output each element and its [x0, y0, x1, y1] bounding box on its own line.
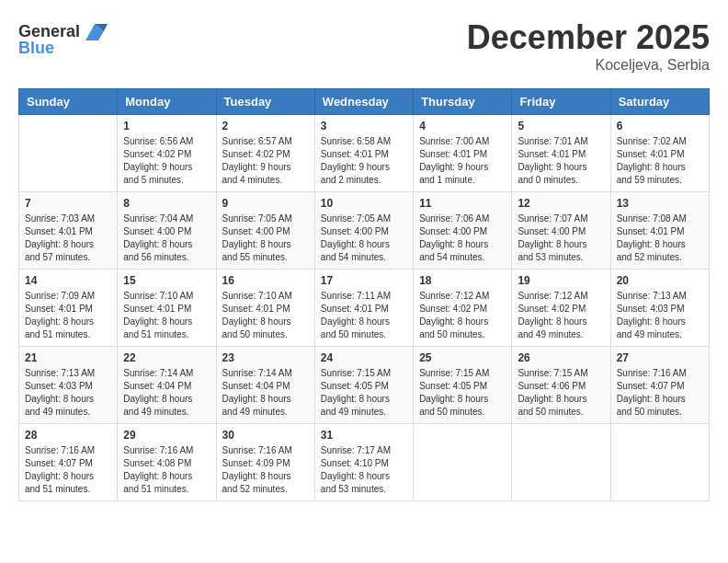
day-info: Sunrise: 7:15 AMSunset: 4:05 PMDaylight:… [321, 367, 407, 419]
page-header: General Blue December 2025 Koceljeva, Se… [18, 18, 710, 74]
day-info: Sunrise: 7:16 AMSunset: 4:07 PMDaylight:… [617, 367, 703, 419]
day-info: Sunrise: 7:03 AMSunset: 4:01 PMDaylight:… [25, 213, 111, 264]
weekday-header: Wednesday [314, 89, 413, 115]
day-number: 11 [419, 197, 506, 210]
day-number: 25 [419, 351, 506, 364]
calendar-cell: 25Sunrise: 7:15 AMSunset: 4:05 PMDayligh… [414, 347, 512, 424]
day-info: Sunrise: 7:07 AMSunset: 4:00 PMDaylight:… [518, 213, 604, 264]
calendar-cell: 17Sunrise: 7:11 AMSunset: 4:01 PMDayligh… [314, 270, 413, 347]
day-info: Sunrise: 7:06 AMSunset: 4:00 PMDaylight:… [419, 213, 506, 264]
day-number: 17 [321, 274, 407, 287]
calendar-cell: 31Sunrise: 7:17 AMSunset: 4:10 PMDayligh… [314, 424, 413, 501]
calendar-cell: 21Sunrise: 7:13 AMSunset: 4:03 PMDayligh… [19, 347, 118, 424]
logo-icon [82, 18, 108, 44]
day-number: 2 [222, 120, 309, 132]
day-number: 13 [617, 197, 703, 210]
day-info: Sunrise: 6:58 AMSunset: 4:01 PMDaylight:… [321, 135, 407, 187]
calendar-cell: 7Sunrise: 7:03 AMSunset: 4:01 PMDaylight… [19, 192, 118, 270]
calendar-cell [512, 424, 610, 501]
calendar-header-row: SundayMondayTuesdayWednesdayThursdayFrid… [19, 89, 710, 115]
day-number: 27 [617, 351, 703, 364]
calendar-cell [414, 424, 512, 501]
day-number: 26 [518, 351, 604, 364]
calendar-cell: 5Sunrise: 7:01 AMSunset: 4:01 PMDaylight… [512, 115, 610, 192]
calendar-week-row: 21Sunrise: 7:13 AMSunset: 4:03 PMDayligh… [19, 347, 710, 424]
weekday-header: Tuesday [216, 89, 314, 115]
calendar-cell: 15Sunrise: 7:10 AMSunset: 4:01 PMDayligh… [118, 270, 216, 347]
day-info: Sunrise: 7:05 AMSunset: 4:00 PMDaylight:… [222, 213, 309, 264]
day-info: Sunrise: 7:09 AMSunset: 4:01 PMDaylight:… [25, 290, 111, 341]
calendar-cell: 6Sunrise: 7:02 AMSunset: 4:01 PMDaylight… [610, 115, 709, 192]
day-info: Sunrise: 7:16 AMSunset: 4:09 PMDaylight:… [222, 444, 309, 496]
day-info: Sunrise: 7:02 AMSunset: 4:01 PMDaylight:… [617, 135, 703, 187]
day-info: Sunrise: 7:04 AMSunset: 4:00 PMDaylight:… [123, 213, 210, 264]
day-info: Sunrise: 7:13 AMSunset: 4:03 PMDaylight:… [617, 290, 703, 341]
day-info: Sunrise: 7:16 AMSunset: 4:08 PMDaylight:… [123, 444, 210, 496]
calendar-cell: 13Sunrise: 7:08 AMSunset: 4:01 PMDayligh… [610, 192, 709, 270]
day-info: Sunrise: 7:16 AMSunset: 4:07 PMDaylight:… [25, 444, 111, 496]
calendar-week-row: 1Sunrise: 6:56 AMSunset: 4:02 PMDaylight… [19, 115, 710, 192]
day-info: Sunrise: 7:05 AMSunset: 4:00 PMDaylight:… [321, 213, 407, 264]
location: Koceljeva, Serbia [467, 57, 710, 74]
day-info: Sunrise: 7:00 AMSunset: 4:01 PMDaylight:… [419, 135, 506, 187]
day-number: 19 [518, 274, 604, 287]
logo-blue: Blue [18, 39, 54, 58]
day-number: 8 [123, 197, 210, 210]
day-info: Sunrise: 7:10 AMSunset: 4:01 PMDaylight:… [123, 290, 210, 341]
calendar-cell: 10Sunrise: 7:05 AMSunset: 4:00 PMDayligh… [314, 192, 413, 270]
calendar-cell [19, 115, 118, 192]
calendar-cell: 28Sunrise: 7:16 AMSunset: 4:07 PMDayligh… [19, 424, 118, 501]
day-number: 20 [617, 274, 703, 287]
day-number: 23 [222, 351, 309, 364]
calendar-cell: 29Sunrise: 7:16 AMSunset: 4:08 PMDayligh… [118, 424, 216, 501]
calendar-cell: 2Sunrise: 6:57 AMSunset: 4:02 PMDaylight… [216, 115, 314, 192]
day-info: Sunrise: 6:57 AMSunset: 4:02 PMDaylight:… [222, 135, 309, 187]
day-number: 15 [123, 274, 210, 287]
day-info: Sunrise: 7:08 AMSunset: 4:01 PMDaylight:… [617, 213, 703, 264]
day-info: Sunrise: 7:15 AMSunset: 4:06 PMDaylight:… [518, 367, 604, 419]
day-info: Sunrise: 7:10 AMSunset: 4:01 PMDaylight:… [222, 290, 309, 341]
calendar-cell: 18Sunrise: 7:12 AMSunset: 4:02 PMDayligh… [414, 270, 512, 347]
calendar-week-row: 14Sunrise: 7:09 AMSunset: 4:01 PMDayligh… [19, 270, 710, 347]
calendar-cell [610, 424, 709, 501]
calendar-cell: 12Sunrise: 7:07 AMSunset: 4:00 PMDayligh… [512, 192, 610, 270]
weekday-header: Saturday [610, 89, 709, 115]
calendar-cell: 23Sunrise: 7:14 AMSunset: 4:04 PMDayligh… [216, 347, 314, 424]
day-number: 28 [25, 429, 111, 442]
calendar-cell: 3Sunrise: 6:58 AMSunset: 4:01 PMDaylight… [314, 115, 413, 192]
calendar-cell: 30Sunrise: 7:16 AMSunset: 4:09 PMDayligh… [216, 424, 314, 501]
day-number: 7 [25, 197, 111, 210]
calendar-cell: 14Sunrise: 7:09 AMSunset: 4:01 PMDayligh… [19, 270, 118, 347]
calendar-cell: 26Sunrise: 7:15 AMSunset: 4:06 PMDayligh… [512, 347, 610, 424]
day-number: 12 [518, 197, 604, 210]
calendar-cell: 4Sunrise: 7:00 AMSunset: 4:01 PMDaylight… [414, 115, 512, 192]
title-area: December 2025 Koceljeva, Serbia [467, 18, 710, 74]
calendar-cell: 11Sunrise: 7:06 AMSunset: 4:00 PMDayligh… [414, 192, 512, 270]
day-info: Sunrise: 7:17 AMSunset: 4:10 PMDaylight:… [321, 444, 407, 496]
calendar-week-row: 7Sunrise: 7:03 AMSunset: 4:01 PMDaylight… [19, 192, 710, 270]
day-number: 6 [617, 120, 703, 132]
weekday-header: Monday [118, 89, 216, 115]
calendar-cell: 22Sunrise: 7:14 AMSunset: 4:04 PMDayligh… [118, 347, 216, 424]
calendar-week-row: 28Sunrise: 7:16 AMSunset: 4:07 PMDayligh… [19, 424, 710, 501]
day-number: 16 [222, 274, 309, 287]
calendar-cell: 20Sunrise: 7:13 AMSunset: 4:03 PMDayligh… [610, 270, 709, 347]
day-number: 14 [25, 274, 111, 287]
day-number: 4 [419, 120, 506, 132]
day-number: 30 [222, 429, 309, 442]
day-number: 9 [222, 197, 309, 210]
day-info: Sunrise: 7:01 AMSunset: 4:01 PMDaylight:… [518, 135, 604, 187]
day-info: Sunrise: 7:11 AMSunset: 4:01 PMDaylight:… [321, 290, 407, 341]
day-number: 21 [25, 351, 111, 364]
day-number: 18 [419, 274, 506, 287]
day-info: Sunrise: 7:12 AMSunset: 4:02 PMDaylight:… [419, 290, 506, 341]
day-info: Sunrise: 7:14 AMSunset: 4:04 PMDaylight:… [123, 367, 210, 419]
weekday-header: Friday [512, 89, 610, 115]
day-number: 31 [321, 429, 407, 442]
day-info: Sunrise: 7:14 AMSunset: 4:04 PMDaylight:… [222, 367, 309, 419]
day-info: Sunrise: 7:12 AMSunset: 4:02 PMDaylight:… [518, 290, 604, 341]
day-info: Sunrise: 6:56 AMSunset: 4:02 PMDaylight:… [123, 135, 210, 187]
day-number: 22 [123, 351, 210, 364]
calendar-cell: 8Sunrise: 7:04 AMSunset: 4:00 PMDaylight… [118, 192, 216, 270]
calendar-cell: 9Sunrise: 7:05 AMSunset: 4:00 PMDaylight… [216, 192, 314, 270]
